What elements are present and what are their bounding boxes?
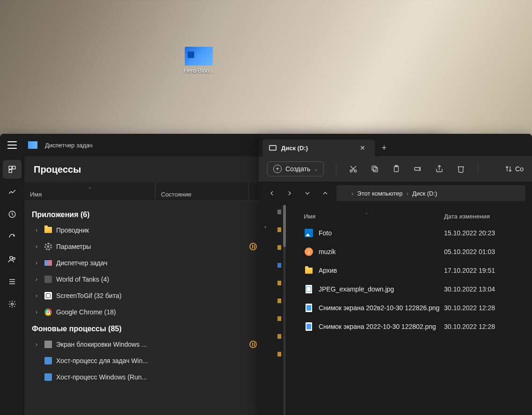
address-bar-row: › Этот компьютер › Диск (D:) <box>259 182 532 205</box>
nav-users[interactable] <box>3 250 22 269</box>
pause-icon <box>249 341 257 348</box>
chevron-right-icon[interactable]: › <box>264 224 266 230</box>
breadcrumb[interactable]: › Этот компьютер › Диск (D:) <box>336 185 525 201</box>
column-header-state[interactable]: Состояние <box>155 182 249 201</box>
app-icon <box>44 341 52 348</box>
chevron-right-icon: › <box>407 190 408 197</box>
tab-active[interactable]: Диск (D:) ✕ <box>262 139 375 156</box>
sort-chevron-icon: ⌄ <box>88 184 92 189</box>
file-explorer-window: Диск (D:) ✕ + + Создать ⌄ Со › Этот ко <box>259 134 532 415</box>
sort-button[interactable]: Со <box>505 165 524 173</box>
app-icon <box>44 373 52 381</box>
file-name: JPEG_example_down.jpg <box>319 285 444 293</box>
pause-icon <box>249 243 257 250</box>
folder-icon <box>44 227 52 233</box>
expand-chevron-icon[interactable]: › <box>33 227 40 233</box>
plus-icon: + <box>273 165 282 173</box>
scrollbar[interactable] <box>283 205 286 415</box>
share-icon[interactable] <box>435 164 444 174</box>
tab-title: Диск (D:) <box>281 145 352 152</box>
file-name: Снимок экрана 202в2-10-30 122826.png <box>319 304 444 312</box>
file-date: 30.10.2022 13:04 <box>444 285 519 293</box>
nav-performance[interactable] <box>3 182 22 201</box>
file-name: Снимок экрана 2022-10-30 122802.png <box>319 323 444 330</box>
file-date: 15.10.2022 20:23 <box>444 229 519 237</box>
recent-button[interactable] <box>301 187 314 200</box>
toolbar: + Создать ⌄ Со <box>259 156 532 182</box>
process-name: Проводник <box>56 226 171 234</box>
file-row[interactable]: JPEG_example_down.jpg30.10.2022 13:04 <box>285 280 532 299</box>
gear-icon <box>44 243 52 250</box>
desktop-icon[interactable]: Hero-Bloo... <box>178 47 220 74</box>
copy-icon[interactable] <box>370 164 379 174</box>
file-row[interactable]: Foto15.10.2022 20:23 <box>285 224 532 242</box>
nav-history[interactable] <box>3 205 22 224</box>
music-icon: ♪ <box>305 248 313 256</box>
drive-icon <box>269 145 277 151</box>
expand-chevron-icon[interactable]: › <box>33 341 40 348</box>
new-tab-button[interactable]: + <box>375 139 394 156</box>
svg-rect-1 <box>13 166 15 169</box>
nav-details[interactable] <box>3 272 22 291</box>
file-name: Архив <box>319 267 444 274</box>
svg-rect-0 <box>9 166 12 169</box>
rename-icon[interactable] <box>413 164 423 174</box>
file-date: 30.10.2022 12:28 <box>444 323 519 330</box>
up-button[interactable] <box>319 187 332 200</box>
expand-chevron-icon[interactable]: › <box>33 260 40 266</box>
chrome-icon <box>44 308 52 316</box>
sort-indicator-icon: ⌃ <box>364 212 368 217</box>
svg-rect-18 <box>373 167 378 172</box>
process-name: Параметры <box>56 243 171 250</box>
svg-rect-2 <box>9 170 12 173</box>
breadcrumb-current[interactable]: Диск (D:) <box>412 190 437 197</box>
expand-chevron-icon[interactable]: › <box>33 309 40 315</box>
delete-icon[interactable] <box>456 164 466 174</box>
process-name: ScreenToGif (32 бита) <box>56 292 171 299</box>
chevron-right-icon: › <box>351 190 353 197</box>
task-manager-icon <box>44 260 52 266</box>
column-header-name[interactable]: ⌄ Имя <box>24 182 155 201</box>
nav-startup[interactable] <box>3 227 22 246</box>
image-icon <box>306 322 312 331</box>
file-list: Имя ⌃ Дата изменения Foto15.10.2022 20:2… <box>285 205 532 415</box>
process-state <box>175 243 268 250</box>
tab-strip: Диск (D:) ✕ + <box>259 134 532 156</box>
file-date: 17.10.2022 19:51 <box>444 267 519 274</box>
app-icon <box>44 357 52 364</box>
file-name: muzik <box>319 248 444 255</box>
expand-chevron-icon[interactable]: › <box>33 276 40 283</box>
paste-icon[interactable] <box>392 164 401 174</box>
breadcrumb-root[interactable]: Этот компьютер <box>357 190 402 197</box>
process-state <box>175 341 268 348</box>
svg-point-9 <box>11 303 14 306</box>
file-row[interactable]: Архив17.10.2022 19:51 <box>285 261 532 280</box>
column-header-name[interactable]: Имя ⌃ <box>304 213 444 220</box>
expand-chevron-icon[interactable]: › <box>33 243 40 250</box>
file-row[interactable]: Снимок экрана 202в2-10-30 122826.png30.1… <box>285 299 532 317</box>
svg-point-4 <box>10 256 13 259</box>
desktop-icon-label: Hero-Bloo... <box>184 67 214 74</box>
nav-pane[interactable]: › <box>259 205 285 415</box>
nav-services[interactable] <box>3 295 22 313</box>
process-name: Google Chrome (18) <box>56 308 171 316</box>
create-button[interactable]: + Создать ⌄ <box>267 161 324 176</box>
svg-rect-22 <box>415 167 420 170</box>
cut-icon[interactable] <box>349 164 358 174</box>
process-name: Хост-процесс для задач Win... <box>56 357 171 364</box>
process-name: Диспетчер задач <box>56 259 171 267</box>
expand-chevron-icon[interactable]: › <box>33 292 40 299</box>
separator <box>336 163 336 175</box>
image-icon <box>306 304 312 312</box>
nav-processes[interactable] <box>3 160 22 179</box>
hamburger-icon[interactable] <box>7 141 17 149</box>
back-button[interactable] <box>265 187 278 200</box>
forward-button[interactable] <box>283 187 296 200</box>
file-row[interactable]: ♪muzik05.10.2022 01:03 <box>285 242 532 261</box>
svg-rect-19 <box>372 166 376 170</box>
column-header-date[interactable]: Дата изменения <box>444 213 519 220</box>
tab-close-button[interactable]: ✕ <box>357 144 368 152</box>
process-name: World of Tanks (4) <box>56 276 171 283</box>
file-row[interactable]: Снимок экрана 2022-10-30 122802.png30.10… <box>285 317 532 336</box>
page-title: Процессы <box>34 164 81 175</box>
